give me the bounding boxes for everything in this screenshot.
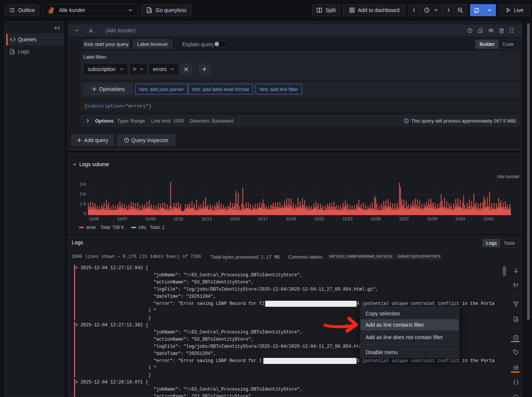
svg-text:Total: 1: Total: 1 (150, 225, 165, 230)
svg-text:Total: 708 K: Total: 708 K (100, 225, 124, 230)
svg-text:11/27: 11/27 (399, 217, 409, 221)
svg-text:11/25: 11/25 (371, 217, 381, 221)
svg-text:11/09: 11/09 (145, 217, 156, 221)
svg-text:11/13: 11/13 (202, 217, 212, 221)
svg-text:info: info (139, 225, 146, 230)
svg-text:11/15: 11/15 (230, 217, 240, 221)
svg-text:LOG: LOG (11, 52, 15, 53)
svg-text:LOG: LOG (148, 10, 152, 12)
svg-text:11/21: 11/21 (314, 217, 325, 221)
svg-text:error: error (86, 225, 96, 230)
svg-text:11/05: 11/05 (89, 217, 99, 221)
svg-text:0: 0 (84, 211, 86, 216)
svg-text:12/01: 12/01 (455, 217, 466, 221)
svg-text:12/03: 12/03 (483, 217, 494, 221)
svg-text:11/19: 11/19 (286, 217, 296, 221)
svg-text:11/29: 11/29 (427, 217, 437, 221)
svg-text:11/11: 11/11 (174, 217, 183, 221)
svg-text:3 K: 3 K (80, 182, 86, 186)
svg-text:11/17: 11/17 (258, 217, 268, 221)
svg-text:LOG: LOG (515, 319, 518, 321)
svg-text:2 K: 2 K (80, 192, 86, 196)
svg-text:1 K: 1 K (80, 202, 86, 206)
svg-text:11/07: 11/07 (117, 217, 127, 221)
svg-text:11/23: 11/23 (343, 217, 353, 221)
